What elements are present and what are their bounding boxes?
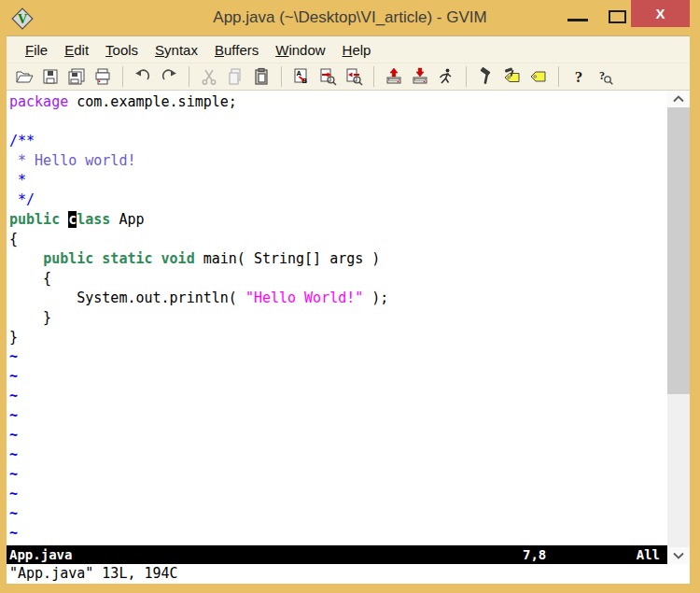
gvim-window: V App.java (~\Desktop\VI_article) - GVIM…: [0, 0, 700, 593]
toolbar-separator: [466, 66, 467, 87]
menu-tools[interactable]: Tools: [97, 39, 147, 61]
svg-text:?: ?: [575, 68, 583, 86]
code-line: }: [9, 308, 667, 328]
code-line: [9, 112, 667, 132]
menu-syntax[interactable]: Syntax: [147, 39, 206, 61]
tilde-marker: ~: [9, 504, 667, 524]
print-button[interactable]: [91, 65, 114, 88]
copy-icon: [226, 67, 245, 86]
command-line-message: "App.java" 13L, 194C: [9, 565, 178, 582]
tilde-marker: ~: [9, 485, 667, 504]
save-icon: [41, 67, 60, 86]
tilde-marker: ~: [9, 426, 667, 445]
run-script-button[interactable]: [435, 65, 457, 88]
tilde-marker: ~: [9, 406, 667, 426]
menu-edit[interactable]: Edit: [56, 39, 97, 61]
build-tags-button[interactable]: [501, 65, 524, 88]
make-button[interactable]: [475, 65, 497, 88]
run-script-icon: [437, 67, 455, 86]
vertical-scrollbar[interactable]: [667, 91, 690, 564]
code-line: {: [9, 269, 667, 289]
help-button[interactable]: ?: [567, 65, 590, 88]
scroll-up-button[interactable]: [667, 91, 690, 107]
chevron-up-icon: [672, 94, 685, 104]
tilde-marker: ~: [9, 465, 667, 485]
find-next-button[interactable]: [316, 65, 339, 88]
menu-window[interactable]: Window: [267, 39, 333, 61]
code-line: *: [9, 171, 667, 191]
code-line: package com.example.simple;: [9, 92, 667, 112]
tilde-marker: ~: [9, 367, 667, 387]
menu-help[interactable]: Help: [334, 39, 380, 61]
save-all-icon: [67, 67, 86, 86]
cut-icon: [200, 67, 218, 86]
scrollbar-thumb[interactable]: [667, 107, 690, 394]
code-line: {: [9, 230, 667, 249]
toolbar-separator: [558, 66, 559, 87]
statusline: App.java 7,8 All: [7, 545, 667, 564]
save-session-button[interactable]: [409, 65, 431, 88]
code-line: /**: [9, 132, 667, 151]
statusline-filename: App.java: [9, 547, 72, 562]
print-icon: [93, 67, 112, 86]
statusline-scroll-position: All: [637, 545, 660, 564]
jump-to-tag-button[interactable]: [527, 65, 550, 88]
maximize-button[interactable]: [609, 10, 626, 23]
close-icon: X: [655, 6, 665, 21]
code-line: }: [9, 328, 667, 347]
load-session-button[interactable]: [383, 65, 405, 88]
toolbar-separator: [373, 66, 374, 87]
load-session-icon: [385, 67, 403, 86]
save-session-icon: [411, 67, 429, 86]
redo-button[interactable]: [158, 65, 180, 88]
close-button[interactable]: X: [631, 0, 690, 27]
open-icon: [15, 67, 34, 86]
tilde-marker: ~: [9, 387, 667, 406]
find-replace-icon: AB: [292, 67, 311, 86]
code-line: public static void main( String[] args ): [9, 249, 667, 269]
find-in-help-icon: ?: [595, 67, 614, 86]
copy-button: [224, 65, 246, 88]
find-prev-icon: [344, 67, 363, 86]
scrollbar-track[interactable]: [667, 394, 690, 547]
toolbar: AB ? ?: [7, 63, 690, 91]
code-line: public class App: [9, 210, 667, 230]
menubar: File Edit Tools Syntax Buffers Window He…: [7, 35, 690, 63]
toolbar-separator: [122, 66, 123, 87]
command-line[interactable]: "App.java" 13L, 194C: [7, 564, 690, 584]
text-area[interactable]: package com.example.simple; /** * Hello …: [7, 91, 667, 545]
paste-icon: [252, 67, 271, 86]
client-area: File Edit Tools Syntax Buffers Window He…: [7, 35, 690, 584]
statusline-cursor-position: 7,8: [523, 545, 546, 564]
jump-to-tag-icon: [529, 67, 548, 86]
code-line: System.out.println( "Hello World!" );: [9, 289, 667, 308]
undo-button[interactable]: [132, 65, 154, 88]
open-button[interactable]: [13, 65, 35, 88]
find-replace-button[interactable]: AB: [290, 65, 313, 88]
redo-icon: [160, 67, 178, 86]
window-title: App.java (~\Desktop\VI_article) - GVIM: [0, 8, 700, 27]
minimize-button[interactable]: [567, 19, 588, 21]
save-button[interactable]: [39, 65, 62, 88]
code-line: * Hello world!: [9, 151, 667, 171]
chevron-down-icon: [672, 551, 685, 560]
scroll-down-button[interactable]: [667, 547, 690, 564]
menu-file[interactable]: File: [17, 39, 56, 61]
find-in-help-button[interactable]: ?: [594, 65, 616, 88]
tilde-marker: ~: [9, 445, 667, 465]
paste-button[interactable]: [250, 65, 273, 88]
cut-button: [198, 65, 220, 88]
toolbar-separator: [189, 66, 189, 87]
make-icon: [477, 67, 496, 86]
code-line: */: [9, 191, 667, 210]
build-tags-icon: [503, 67, 522, 86]
save-all-button[interactable]: [65, 65, 88, 88]
editor-region: package com.example.simple; /** * Hello …: [7, 91, 690, 564]
tilde-marker: ~: [9, 524, 667, 544]
help-icon: ?: [569, 67, 588, 86]
svg-text:?: ?: [599, 69, 605, 82]
menu-buffers[interactable]: Buffers: [206, 39, 267, 61]
undo-icon: [133, 67, 152, 86]
find-next-icon: [318, 67, 337, 86]
find-prev-button[interactable]: [343, 65, 365, 88]
